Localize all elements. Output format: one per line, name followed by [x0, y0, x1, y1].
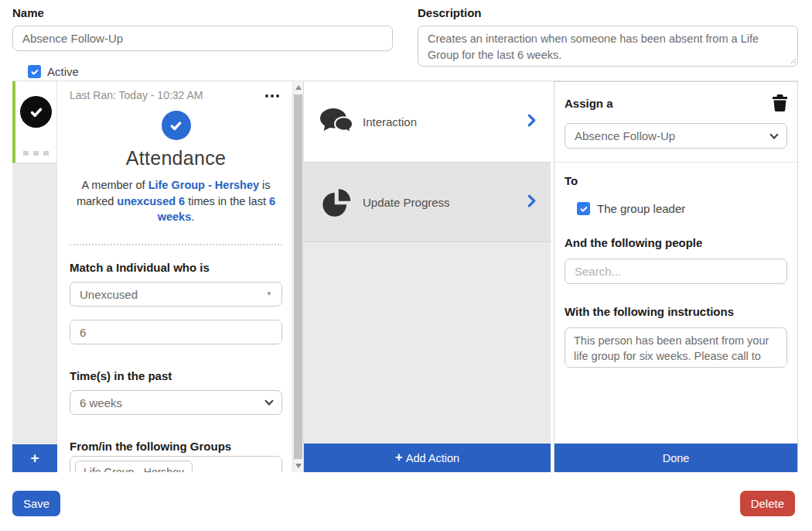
chat-bubbles-icon	[319, 108, 354, 135]
done-label: Done	[663, 452, 690, 464]
check-icon	[579, 204, 589, 214]
chevron-down-icon	[769, 130, 778, 139]
active-label: Active	[47, 65, 79, 78]
instructions-textarea[interactable]: This person has been absent from your li…	[565, 327, 787, 368]
summary-text: .	[191, 211, 194, 223]
caret-down-icon: ▼	[266, 291, 272, 297]
trigger-title: Attendance	[70, 147, 282, 170]
people-search-input[interactable]	[565, 259, 787, 284]
ellipsis-menu-icon[interactable]	[265, 89, 282, 98]
count-input[interactable]	[70, 320, 282, 344]
group-leader-checkbox[interactable]	[577, 202, 590, 215]
trigger-summary: A member of Life Group - Hershey is mark…	[73, 177, 279, 225]
trigger-status-check-icon	[162, 111, 191, 140]
divider	[554, 162, 797, 163]
groups-label: From/in the following Groups	[70, 440, 282, 453]
chevron-right-icon	[527, 194, 536, 211]
action-row-interaction[interactable]: Interaction	[304, 81, 551, 163]
action-row-update-progress[interactable]: Update Progress	[304, 163, 551, 242]
assign-label: Assign a	[565, 97, 613, 110]
check-icon	[168, 118, 184, 134]
chevron-down-icon	[264, 397, 273, 406]
name-input[interactable]	[12, 26, 393, 51]
description-field-group: Description Creates an interaction when …	[418, 6, 798, 67]
workflow-panel: + Last Ran: Today - 10:32 AM Attendance …	[12, 81, 798, 472]
action-settings-panel: Assign a Absence Follow-Up To	[554, 81, 798, 472]
actions-column: Interaction Update Progress	[303, 81, 551, 472]
scrollbar[interactable]	[292, 81, 303, 472]
trigger-card: Last Ran: Today - 10:32 AM Attendance A …	[57, 81, 303, 472]
dotted-divider	[70, 244, 282, 245]
add-action-label: Add Action	[406, 452, 459, 464]
last-ran-text: Last Ran: Today - 10:32 AM	[70, 89, 203, 101]
pie-chart-icon	[319, 187, 354, 218]
delete-button[interactable]: Delete	[740, 491, 795, 516]
scroll-up-arrow-icon[interactable]	[293, 81, 303, 94]
actions-empty-area	[304, 242, 551, 444]
summary-text: A member of	[81, 179, 148, 191]
chevron-right-icon	[527, 114, 536, 130]
trigger-rail-empty	[12, 163, 57, 444]
description-label: Description	[418, 6, 798, 19]
times-label: Time(s) in the past	[70, 369, 282, 382]
scrollbar-thumb[interactable]	[294, 94, 302, 459]
instructions-label: With the following instructions	[565, 305, 787, 318]
match-dropdown[interactable]: Unexcused ▼	[70, 282, 282, 307]
group-tag[interactable]: Life Group - Hershey	[75, 461, 193, 472]
groups-picker[interactable]: Life Group - Hershey	[70, 456, 282, 472]
group-leader-checkbox-row: The group leader	[577, 202, 787, 215]
people-label: And the following people	[565, 236, 787, 249]
times-select-value: 6 weeks	[80, 396, 122, 409]
trash-icon	[773, 94, 787, 111]
summary-text: times in the last	[185, 195, 269, 207]
add-trigger-button[interactable]: +	[12, 444, 57, 472]
trigger-rail-item[interactable]	[12, 81, 57, 163]
trigger-card-content: Last Ran: Today - 10:32 AM Attendance A …	[57, 81, 292, 472]
delete-action-button[interactable]	[773, 94, 787, 114]
plus-icon: +	[395, 450, 403, 465]
name-label: Name	[12, 6, 393, 19]
active-checkbox-row: Active	[28, 65, 79, 78]
drag-handle-icon[interactable]	[15, 151, 56, 156]
add-action-button[interactable]: + Add Action	[304, 444, 551, 472]
group-leader-label: The group leader	[597, 202, 685, 215]
summary-unexcused-link: unexcused 6	[117, 195, 185, 207]
trigger-rail: +	[12, 81, 57, 472]
check-icon	[30, 67, 39, 77]
to-label: To	[565, 174, 787, 187]
description-textarea[interactable]: Creates an interaction when someone has …	[418, 26, 798, 67]
action-label: Update Progress	[363, 196, 527, 209]
match-dropdown-value: Unexcused	[80, 288, 138, 301]
done-button[interactable]: Done	[554, 444, 797, 472]
check-icon	[28, 104, 45, 121]
times-select[interactable]: 6 weeks	[70, 390, 282, 415]
action-label: Interaction	[363, 115, 527, 128]
trigger-check-circle-icon	[20, 96, 52, 128]
save-button[interactable]: Save	[12, 491, 60, 516]
active-checkbox[interactable]	[28, 65, 41, 78]
name-field-group: Name	[12, 6, 393, 51]
assign-select[interactable]: Absence Follow-Up	[565, 123, 787, 149]
scroll-down-arrow-icon[interactable]	[293, 460, 303, 472]
assign-select-value: Absence Follow-Up	[575, 129, 675, 142]
match-label: Match a Individual who is	[70, 261, 282, 274]
summary-group-link: Life Group - Hershey	[148, 179, 259, 191]
